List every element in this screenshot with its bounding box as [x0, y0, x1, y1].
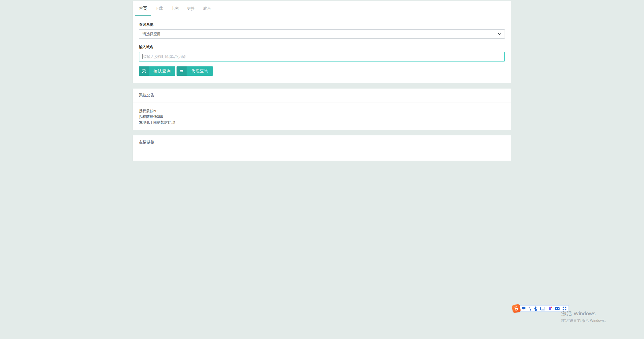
agent-query-label: 代理查询: [187, 66, 213, 76]
confirm-query-button[interactable]: 确认查询: [139, 66, 175, 76]
agent-query-button[interactable]: 代理查询: [177, 66, 213, 76]
links-title: 友情链接: [133, 135, 511, 149]
announcement-card: 系统公告 授权最低50 授权商最低388 发现低于限制禁封处理: [133, 89, 511, 130]
nav-tabs: 首页 下载 卡密 更换 后台: [133, 1, 511, 16]
emoji-game-icon[interactable]: [555, 305, 560, 312]
check-circle-icon: [139, 66, 149, 76]
voice-input-icon[interactable]: [534, 305, 538, 312]
keyboard-icon[interactable]: [540, 305, 545, 312]
links-body: [133, 149, 511, 161]
windows-activation-watermark: 激活 Windows 转到“设置”以激活 Windows。: [561, 310, 608, 323]
main-column: 首页 下载 卡密 更换 后台 查询系统 请选择应用 输入域名: [133, 1, 511, 161]
app-select[interactable]: 请选择应用: [139, 29, 505, 39]
ime-toolbar: S 中 °,: [512, 305, 569, 312]
announcement-body: 授权最低50 授权商最低388 发现低于限制禁封处理: [133, 102, 511, 130]
announcement-line: 发现低于限制禁封处理: [139, 119, 505, 125]
system-select-label: 查询系统: [139, 22, 505, 27]
users-icon: [177, 66, 187, 76]
tab-download[interactable]: 下载: [151, 1, 167, 16]
sogou-logo-icon[interactable]: S: [512, 304, 521, 313]
tab-home[interactable]: 首页: [135, 1, 151, 16]
domain-input-wrap: [139, 52, 505, 62]
text-caret: [142, 54, 143, 59]
tab-replace[interactable]: 更换: [183, 1, 199, 16]
tab-card-key[interactable]: 卡密: [167, 1, 183, 16]
windows-activation-subtitle: 转到“设置”以激活 Windows。: [561, 318, 608, 323]
button-row: 确认查询 代理查询: [139, 66, 505, 76]
query-card: 首页 下载 卡密 更换 后台 查询系统 请选择应用 输入域名: [133, 1, 511, 83]
tab-admin[interactable]: 后台: [199, 1, 215, 16]
punctuation-icon[interactable]: °,: [529, 305, 531, 312]
confirm-query-label: 确认查询: [149, 66, 175, 76]
links-card: 友情链接: [133, 135, 511, 161]
skin-icon[interactable]: [548, 305, 552, 312]
domain-input[interactable]: [139, 52, 505, 62]
page-root: { "page": { "background": "#e3ebe9", "ac…: [0, 0, 644, 339]
app-select-wrap: 请选择应用: [139, 29, 505, 39]
chinese-mode-icon[interactable]: 中: [522, 305, 526, 312]
announcement-title: 系统公告: [133, 89, 511, 102]
query-form: 查询系统 请选择应用 输入域名: [133, 16, 511, 83]
windows-activation-title: 激活 Windows: [561, 310, 608, 317]
announcement-line: 授权商最低388: [139, 114, 505, 119]
announcement-line: 授权最低50: [139, 108, 505, 114]
domain-input-label: 输入域名: [139, 45, 505, 49]
